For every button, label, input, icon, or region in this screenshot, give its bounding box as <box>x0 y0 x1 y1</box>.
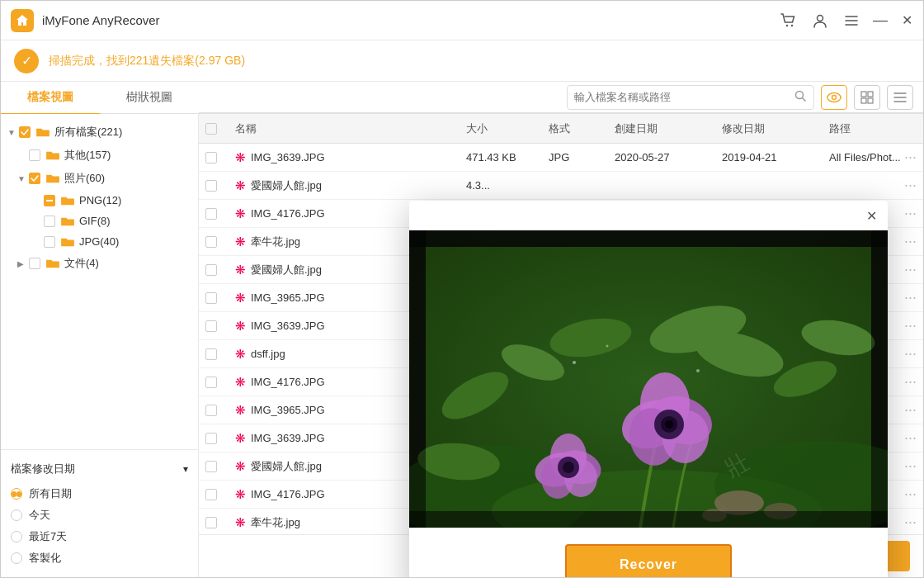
row-dots-icon[interactable]: ··· <box>904 289 917 306</box>
cell-check[interactable] <box>199 461 229 472</box>
cell-check[interactable] <box>199 292 229 304</box>
filter-today[interactable]: 今天 <box>11 505 188 526</box>
file-icon: ❋ <box>235 403 246 418</box>
filter-toggle-icon: ▾ <box>183 463 188 475</box>
svg-rect-7 <box>868 92 873 97</box>
search-input[interactable] <box>574 91 794 103</box>
filename-text: 愛國婦人館.jpg <box>251 459 322 474</box>
checkbox-png[interactable] <box>44 195 55 206</box>
table-row[interactable]: ❋ IMG_3639.JPG 471.43 KB JPG 2020-05-27 … <box>199 144 923 172</box>
checkbox-documents[interactable] <box>29 258 40 269</box>
row-dots-icon[interactable]: ··· <box>904 486 917 503</box>
col-name: 名稱 <box>229 121 460 136</box>
tree-arrow-all: ▼ <box>7 128 17 137</box>
row-dots-icon[interactable]: ··· <box>904 205 917 222</box>
tree-item-png[interactable]: PNG(12) <box>1 190 198 211</box>
file-icon: ❋ <box>235 431 246 446</box>
file-icon: ❋ <box>235 347 246 362</box>
tab-tree-view[interactable]: 樹狀視圖 <box>100 82 199 115</box>
cell-check[interactable] <box>199 405 229 416</box>
tree-item-all-files[interactable]: ▼ 所有檔案(221) <box>1 121 198 144</box>
file-icon: ❋ <box>235 487 246 502</box>
file-icon: ❋ <box>235 375 246 390</box>
row-dots-icon[interactable]: ··· <box>904 401 917 419</box>
file-icon: ❋ <box>235 515 246 530</box>
label-documents: 文件(4) <box>64 256 99 271</box>
grid-view-button[interactable] <box>854 85 880 110</box>
row-dots-icon[interactable]: ··· <box>904 233 917 250</box>
filename-text: IMG_4176.JPG <box>251 488 325 500</box>
filter-date-title[interactable]: 檔案修改日期 ▾ <box>11 462 188 476</box>
cell-check[interactable] <box>199 264 229 276</box>
svg-point-2 <box>818 15 823 21</box>
cell-check[interactable] <box>199 433 229 444</box>
col-checkbox[interactable] <box>199 123 229 135</box>
file-icon: ❋ <box>235 206 246 221</box>
tab-file-view[interactable]: 檔案視圖 <box>1 82 100 115</box>
row-dots-icon[interactable]: ··· <box>904 149 917 166</box>
cell-check[interactable] <box>199 348 229 360</box>
filter-all-dates[interactable]: 所有日期 <box>11 483 188 505</box>
file-tree: ▼ 所有檔案(221) 其他(157) <box>1 114 198 446</box>
app-logo <box>11 9 34 32</box>
cell-check[interactable] <box>199 489 229 500</box>
radio-today[interactable] <box>11 509 22 521</box>
tree-item-documents[interactable]: ▶ 文件(4) <box>1 252 198 275</box>
filter-section: 檔案修改日期 ▾ 所有日期 今天 最近7天 <box>1 453 198 577</box>
svg-point-5 <box>832 95 837 99</box>
title-bar: iMyFone AnyRecover — ✕ <box>1 1 923 40</box>
row-dots-icon[interactable]: ··· <box>904 514 917 531</box>
tree-item-jpg[interactable]: JPG(40) <box>1 231 198 252</box>
cell-check[interactable] <box>199 236 229 248</box>
checkbox-other[interactable] <box>29 149 40 161</box>
row-dots-icon[interactable]: ··· <box>904 429 917 447</box>
menu-icon[interactable] <box>842 12 860 30</box>
row-dots-icon[interactable]: ··· <box>904 261 917 278</box>
row-dots-icon[interactable]: ··· <box>904 317 917 334</box>
tree-item-gif[interactable]: GIF(8) <box>1 211 198 231</box>
status-end: ) <box>241 54 245 67</box>
cell-check[interactable] <box>199 180 229 192</box>
preview-close-button[interactable]: ✕ <box>861 206 881 225</box>
cell-check[interactable] <box>199 517 229 528</box>
recover-button[interactable]: Recover <box>565 544 732 577</box>
cell-modified: 2019-04-21 <box>715 151 823 163</box>
checkbox-photos[interactable] <box>29 173 40 184</box>
filename-text: IMG_3639.JPG <box>251 320 325 332</box>
tree-item-photos[interactable]: ▼ 照片(60) <box>1 167 198 190</box>
cell-check[interactable] <box>199 152 229 163</box>
row-dots-icon[interactable]: ··· <box>904 457 917 475</box>
col-modified: 修改日期 <box>715 121 823 136</box>
radio-custom[interactable] <box>11 552 22 564</box>
cell-check[interactable] <box>199 208 229 220</box>
label-all-dates: 所有日期 <box>29 486 72 501</box>
cell-check[interactable] <box>199 320 229 332</box>
filter-last-7-days[interactable]: 最近7天 <box>11 526 188 547</box>
table-row[interactable]: ❋ 愛國婦人館.jpg 4.3... ··· <box>199 172 923 200</box>
status-size: 2.97 GB <box>199 54 241 67</box>
row-dots-icon[interactable]: ··· <box>904 373 917 391</box>
svg-point-42 <box>573 361 576 364</box>
filter-custom[interactable]: 客製化 <box>11 547 188 569</box>
row-dots-icon[interactable]: ··· <box>904 177 917 194</box>
row-dots-icon[interactable]: ··· <box>904 345 917 362</box>
tree-item-other[interactable]: 其他(157) <box>1 144 198 167</box>
tree-arrow-docs: ▶ <box>17 259 27 268</box>
radio-last-7[interactable] <box>11 531 22 542</box>
svg-rect-46 <box>409 230 888 247</box>
list-view-button[interactable] <box>887 85 913 110</box>
checkbox-gif[interactable] <box>44 216 55 227</box>
close-button[interactable]: ✕ <box>900 14 913 27</box>
checkbox-all-files[interactable] <box>19 126 31 138</box>
svg-point-43 <box>606 345 609 348</box>
user-icon[interactable] <box>811 12 829 30</box>
cart-icon[interactable] <box>780 12 798 30</box>
minimize-button[interactable]: — <box>874 14 887 27</box>
checkbox-jpg[interactable] <box>44 236 55 248</box>
search-box[interactable] <box>567 85 814 110</box>
cell-check[interactable] <box>199 377 229 388</box>
filename-text: IMG_3965.JPG <box>251 404 325 416</box>
radio-all-dates[interactable] <box>11 488 22 500</box>
preview-view-button[interactable] <box>821 85 847 110</box>
preview-header: ✕ <box>409 201 888 230</box>
